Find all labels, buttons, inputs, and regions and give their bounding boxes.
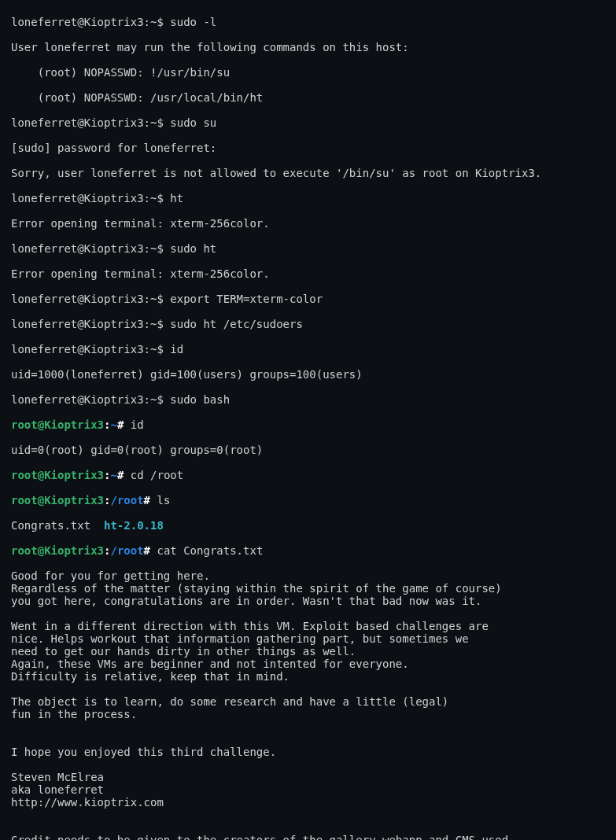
prompt-path: ~ [110,418,116,431]
cmd-line: loneferret@Kioptrix3:~$ sudo ht /etc/sud… [11,318,610,330]
output-line: Credit needs to be given to the creators… [11,834,610,840]
prompt-path: /root [110,494,143,507]
output-line: Congrats.txt ht-2.0.18 [11,519,610,532]
output-line [11,758,610,771]
output-line: The object is to learn, do some research… [11,695,610,708]
output-line [11,720,610,733]
ls-directory: ht-2.0.18 [104,519,164,532]
output-line: (root) NOPASSWD: /usr/local/bin/ht [11,91,610,104]
cmd-line: root@Kioptrix3:/root# ls [11,494,610,507]
prompt-userhost: root@Kioptrix3 [11,469,104,481]
output-line [11,733,610,746]
output-line: Again, these VMs are beginner and not in… [11,658,610,670]
cmd-line: loneferret@Kioptrix3:~$ sudo ht [11,242,610,255]
output-line [11,821,610,834]
output-line: User loneferret may run the following co… [11,41,610,53]
prompt-path: ~ [110,469,116,481]
output-line: [sudo] password for loneferret: [11,142,610,154]
output-line: Went in a different direction with this … [11,620,610,632]
cmd-line: root@Kioptrix3:~# id [11,418,610,431]
output-line: Good for you for getting here. [11,569,610,582]
output-line: Error opening terminal: xterm-256color. [11,267,610,280]
output-line: Regardless of the matter (staying within… [11,582,610,595]
output-line: Sorry, user loneferret is not allowed to… [11,167,610,179]
output-line: need to get our hands dirty in other thi… [11,645,610,658]
output-line [11,607,610,620]
cmd-line: root@Kioptrix3:~# cd /root [11,469,610,481]
prompt-path: /root [110,544,143,557]
output-line: Steven McElrea [11,771,610,783]
output-line [11,683,610,695]
cmd-line: loneferret@Kioptrix3:~$ export TERM=xter… [11,293,610,305]
prompt-userhost: root@Kioptrix3 [11,544,104,557]
prompt-userhost: root@Kioptrix3 [11,418,104,431]
cat-output: Good for you for getting here.Regardless… [11,569,610,840]
output-line: http://www.kioptrix.com [11,796,610,809]
output-line: Difficulty is relative, keep that in min… [11,670,610,683]
output-line: Error opening terminal: xterm-256color. [11,217,610,230]
terminal[interactable]: loneferret@Kioptrix3:~$ sudo -l User lon… [0,0,616,840]
prompt-userhost: root@Kioptrix3 [11,494,104,507]
output-line: aka loneferret [11,783,610,796]
cmd-line: loneferret@Kioptrix3:~$ id [11,343,610,356]
output-line: fun in the process. [11,708,610,720]
output-line: (root) NOPASSWD: !/usr/bin/su [11,66,610,79]
output-line: I hope you enjoyed this third challenge. [11,746,610,758]
output-line: uid=1000(loneferret) gid=100(users) grou… [11,368,610,381]
cmd-line: loneferret@Kioptrix3:~$ sudo bash [11,393,610,406]
output-line: nice. Helps workout that information gat… [11,632,610,645]
cmd-line: loneferret@Kioptrix3:~$ ht [11,192,610,204]
cmd-line: loneferret@Kioptrix3:~$ sudo -l [11,16,610,28]
cmd-line: loneferret@Kioptrix3:~$ sudo su [11,116,610,129]
cmd-line: root@Kioptrix3:/root# cat Congrats.txt [11,544,610,557]
output-line [11,809,610,821]
output-line: uid=0(root) gid=0(root) groups=0(root) [11,444,610,456]
output-line: you got here, congratulations are in ord… [11,595,610,607]
